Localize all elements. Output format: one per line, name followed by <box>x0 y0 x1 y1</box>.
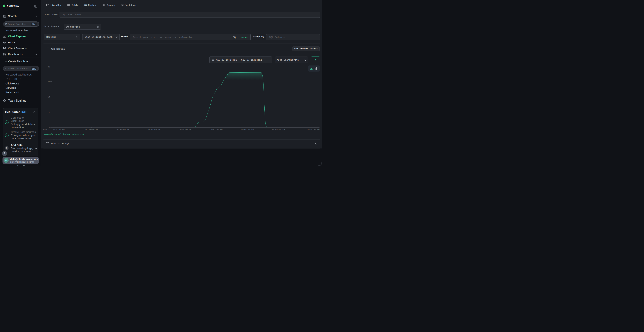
svg-text:10:44:00 AM: 10:44:00 AM <box>178 128 192 131</box>
svg-text:28: 28 <box>48 66 50 68</box>
svg-text:10:37:00 AM: 10:37:00 AM <box>147 128 160 131</box>
svg-text:21: 21 <box>48 81 50 83</box>
svg-text:7: 7 <box>49 111 50 114</box>
svg-text:0: 0 <box>49 126 50 128</box>
svg-text:11:14:00 AM: 11:14:00 AM <box>306 128 320 131</box>
svg-text:10:58:00 AM: 10:58:00 AM <box>240 128 254 131</box>
svg-text:May 27 10:14:00 AM: May 27 10:14:00 AM <box>43 128 64 131</box>
svg-text:10:30:00 AM: 10:30:00 AM <box>116 128 129 131</box>
svg-text:10:51:00 AM: 10:51:00 AM <box>210 128 222 131</box>
svg-text:10:23:00 AM: 10:23:00 AM <box>85 128 98 131</box>
svg-text:14: 14 <box>48 96 50 98</box>
svg-text:11:05:00 AM: 11:05:00 AM <box>272 128 285 131</box>
